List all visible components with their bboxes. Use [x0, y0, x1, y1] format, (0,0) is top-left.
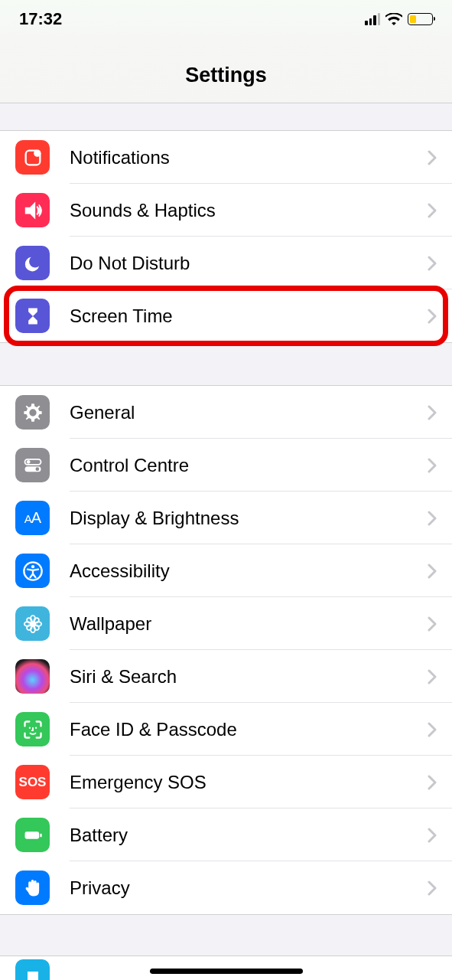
toggles-icon [15, 448, 50, 482]
row-label: Wallpaper [70, 613, 428, 635]
chevron-right-icon [428, 256, 437, 271]
settings-row-battery[interactable]: Battery [0, 808, 452, 861]
row-label: Emergency SOS [70, 772, 428, 793]
settings-row-general[interactable]: General [0, 386, 452, 439]
settings-group-peek [0, 956, 452, 980]
chevron-right-icon [428, 458, 437, 473]
home-indicator[interactable] [150, 969, 303, 974]
chevron-right-icon [428, 203, 437, 218]
settings-row-wallpaper[interactable]: Wallpaper [0, 597, 452, 650]
chevron-right-icon [428, 150, 437, 165]
siri-icon [15, 659, 50, 694]
settings-row-faceid[interactable]: Face ID & Passcode [0, 703, 452, 756]
row-label: General [70, 402, 428, 423]
settings-row-privacy[interactable]: Privacy [0, 861, 452, 914]
svg-point-5 [35, 467, 39, 471]
row-label: Face ID & Passcode [70, 719, 428, 740]
chevron-right-icon [428, 722, 437, 737]
row-label: Siri & Search [70, 666, 428, 688]
row-label: Battery [70, 825, 428, 846]
flower-icon [15, 606, 50, 641]
row-label: Display & Brightness [70, 508, 428, 529]
settings-row-siri[interactable]: Siri & Search [0, 650, 452, 703]
notifications-icon [15, 140, 50, 175]
chevron-right-icon [428, 880, 437, 896]
battery-icon [408, 13, 433, 25]
sos-icon: SOS [15, 765, 50, 799]
status-bar: 17:32 [0, 0, 452, 38]
svg-point-18 [34, 727, 36, 728]
chevron-right-icon [428, 775, 437, 790]
navigation-header: Settings [0, 38, 452, 103]
wifi-icon [385, 13, 402, 26]
settings-row-sos[interactable]: SOS Emergency SOS [0, 756, 452, 808]
settings-row-screentime[interactable]: Screen Time [0, 289, 452, 342]
chevron-right-icon [428, 309, 437, 324]
settings-row-accessibility[interactable]: Accessibility [0, 544, 452, 597]
settings-row-notifications[interactable]: Notifications [0, 131, 452, 184]
accessibility-icon [15, 554, 50, 588]
row-label: Privacy [70, 877, 428, 899]
battery-full-icon [15, 818, 50, 852]
status-indicators [365, 13, 433, 26]
svg-point-3 [26, 460, 30, 464]
cellular-icon [365, 13, 380, 25]
settings-row-sounds[interactable]: Sounds & Haptics [0, 184, 452, 237]
row-label: Control Centre [70, 455, 428, 476]
chevron-right-icon [428, 669, 437, 684]
page-title: Settings [0, 64, 452, 87]
text-size-icon: AA [15, 501, 50, 535]
peek-icon [15, 959, 50, 980]
settings-group-2: General Control Centre AA Display & Brig… [0, 385, 452, 915]
gear-icon [15, 395, 50, 430]
settings-row-dnd[interactable]: Do Not Disturb [0, 237, 452, 289]
row-label: Notifications [70, 147, 428, 168]
status-time: 17:32 [19, 9, 62, 29]
row-label: Sounds & Haptics [70, 200, 428, 221]
hourglass-icon [15, 299, 50, 333]
hand-icon [15, 871, 50, 905]
chevron-right-icon [428, 564, 437, 579]
svg-point-1 [34, 149, 41, 156]
settings-row-display[interactable]: AA Display & Brightness [0, 492, 452, 544]
chevron-right-icon [428, 828, 437, 843]
chevron-right-icon [428, 616, 437, 632]
sounds-icon [15, 193, 50, 227]
chevron-right-icon [428, 405, 437, 420]
row-label: Do Not Disturb [70, 253, 428, 274]
chevron-right-icon [428, 511, 437, 526]
settings-row-control-centre[interactable]: Control Centre [0, 439, 452, 492]
row-label: Screen Time [70, 305, 428, 327]
moon-icon [15, 246, 50, 280]
svg-rect-20 [40, 833, 41, 837]
settings-group-1: Notifications Sounds & Haptics Do Not Di… [0, 130, 452, 343]
svg-point-17 [28, 727, 30, 728]
faceid-icon [15, 712, 50, 746]
svg-rect-19 [24, 831, 39, 838]
row-label: Accessibility [70, 560, 428, 582]
svg-point-7 [31, 565, 34, 568]
